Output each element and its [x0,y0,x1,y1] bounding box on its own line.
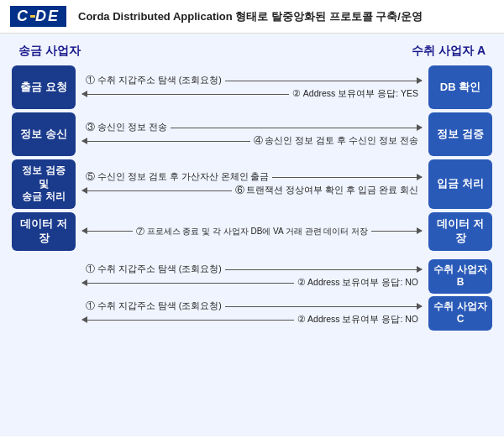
arrows-area-2: ③ 송신인 정보 전송 ④ 송신인 정보 검토 후 수신인 정보 전송 [76,112,428,156]
step-row-2: 정보 송신 ③ 송신인 정보 전송 ④ 송신인 정보 검토 후 수신인 정보 전… [12,112,492,156]
arrow-row-c-1: ① 수취 지갑주소 탐색 (조회요청) [82,300,422,312]
left-box-1: 출금 요청 [12,65,76,109]
left-box-3: 정보 검증 및송금 처리 [12,159,76,209]
header: CDE Corda Distributed Application 형태로 탈중… [0,0,504,34]
arrow-text-c-2: ② Address 보유여부 응답: NO [297,314,418,326]
arrow-line-c-1 [225,306,422,307]
logo: CDE [10,6,66,27]
arrows-area-3: ⑤ 수신인 정보 검토 후 가산자산 온체인 출금 ⑥ 트랜잭션 정상여부 확인… [76,159,428,209]
arrow-row-2-2: ④ 송신인 정보 검토 후 수신인 정보 전송 [82,135,422,147]
step-row-1: 출금 요청 ① 수취 지갑주소 탐색 (조회요청) ② Address 보유여부… [12,65,492,109]
right-box-1: DB 확인 [428,65,492,109]
arrow-row-b-1: ① 수취 지갑주소 탐색 (조회요청) [82,263,422,275]
arrow-row-2-1: ③ 송신인 정보 전송 [82,122,422,133]
arrow-line-b-2 [82,283,294,284]
arrow-text-2-2: ④ 송신인 정보 검토 후 수신인 정보 전송 [254,135,418,147]
right-box-3: 입금 처리 [428,159,492,209]
arrow-line-4-left [82,231,133,232]
arrow-line-b-1 [225,269,422,270]
bottom-group-c: ① 수취 지갑주소 탐색 (조회요청) ② Address 보유여부 응답: N… [12,296,492,331]
arrow-line-1-1 [225,81,422,81]
arrow-text-1-1: ① 수취 지갑주소 탐색 (조회요청) [86,75,222,86]
left-box-2: 정보 송신 [12,112,76,156]
arrow-row-1-1: ① 수취 지갑주소 탐색 (조회요청) [82,75,422,86]
arrow-line-c-2 [82,320,294,321]
bottom-group-b: ① 수취 지갑주소 탐색 (조회요청) ② Address 보유여부 응답: N… [12,259,492,294]
arrow-text-c-1: ① 수취 지갑주소 탐색 (조회요청) [86,300,222,312]
left-column-label: 송금 사업자 [12,40,87,62]
arrow-text-3-2: ⑥ 트랜잭션 정상여부 확인 후 입금 완료 회신 [235,185,418,196]
arrow-line-2-2 [82,141,250,142]
right-box-2: 정보 검증 [428,112,492,156]
arrow-row-c-2: ② Address 보유여부 응답: NO [82,314,422,326]
step-row-3: 정보 검증 및송금 처리 ⑤ 수신인 정보 검토 후 가산자산 온체인 출금 ⑥… [12,159,492,209]
arrow-text-b-1: ① 수취 지갑주소 탐색 (조회요청) [86,263,222,275]
bottom-arrows-b: ① 수취 지갑주소 탐색 (조회요청) ② Address 보유여부 응답: N… [76,259,428,294]
arrow-text-1-2: ② Address 보유여부 응답: YES [292,88,418,100]
arrow-row-b-2: ② Address 보유여부 응답: NO [82,277,422,289]
right-box-4: 데이터 저장 [428,212,492,251]
arrow-row-3-2: ⑥ 트랜잭션 정상여부 확인 후 입금 완료 회신 [82,185,422,196]
arrow-text-4: ⑦ 프로세스 종료 및 각 사업자 DB에 VA 거래 관련 데이터 저장 [136,226,369,237]
diagram: 송금 사업자 수취 사업자 A 출금 요청 ① 수취 지갑주소 탐색 (조회요청… [0,34,504,436]
arrow-text-3-1: ⑤ 수신인 정보 검토 후 가산자산 온체인 출금 [86,171,269,183]
header-title: Corda Distributed Application 형태로 탈중앙화된 … [78,9,423,24]
arrows-area-1: ① 수취 지갑주소 탐색 (조회요청) ② Address 보유여부 응답: Y… [76,65,428,109]
column-labels: 송금 사업자 수취 사업자 A [12,40,492,62]
arrow-line-2-1 [171,128,422,128]
arrow-row-4-1: ⑦ 프로세스 종료 및 각 사업자 DB에 VA 거래 관련 데이터 저장 [82,226,422,237]
arrow-text-2-1: ③ 송신인 정보 전송 [86,122,167,133]
arrow-line-3-1 [272,177,422,178]
arrow-row-3-1: ⑤ 수신인 정보 검토 후 가산자산 온체인 출금 [82,171,422,183]
arrow-line-1-2 [82,94,289,95]
arrow-row-1-2: ② Address 보유여부 응답: YES [82,88,422,100]
left-box-4: 데이터 저장 [12,212,76,251]
bottom-arrows-c: ① 수취 지갑주소 탐색 (조회요청) ② Address 보유여부 응답: N… [76,296,428,331]
right-box-c: 수취 사업자 C [428,296,492,331]
arrows-area-4: ⑦ 프로세스 종료 및 각 사업자 DB에 VA 거래 관련 데이터 저장 [76,212,428,251]
right-box-b: 수취 사업자 B [428,259,492,294]
bottom-section: ① 수취 지갑주소 탐색 (조회요청) ② Address 보유여부 응답: N… [12,259,492,333]
arrow-line-3-2 [82,190,232,191]
right-column-label: 수취 사업자 A [405,40,492,62]
arrow-line-4-right [371,231,422,232]
step-row-4: 데이터 저장 ⑦ 프로세스 종료 및 각 사업자 DB에 VA 거래 관련 데이… [12,212,492,251]
arrow-text-b-2: ② Address 보유여부 응답: NO [297,277,418,289]
